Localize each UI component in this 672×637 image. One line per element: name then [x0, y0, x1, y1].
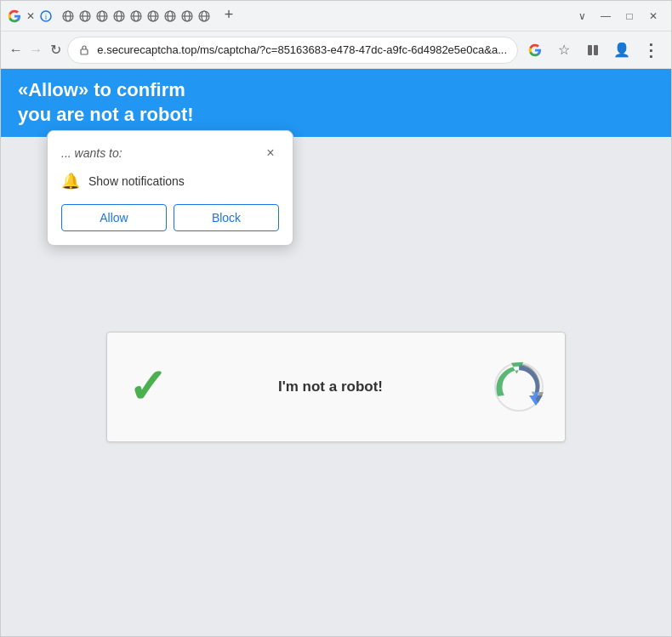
back-button[interactable]: ←	[8, 37, 24, 64]
title-bar-left: ✕ i	[8, 9, 52, 23]
notification-popup: ... wants to: × 🔔 Show notifications All…	[47, 130, 293, 246]
globe-icon-6	[147, 10, 159, 22]
globe-icon-2	[79, 10, 91, 22]
close-tab-icon[interactable]: ✕	[26, 10, 35, 22]
svg-rect-30	[588, 45, 592, 55]
globe-icon-5	[130, 10, 142, 22]
block-button[interactable]: Block	[174, 204, 279, 231]
minimize-button[interactable]: —	[595, 5, 617, 27]
svg-rect-29	[81, 49, 88, 54]
captcha-checkmark: ✓	[128, 363, 168, 411]
page-content: «Allow» to confirm you are not a robot! …	[1, 69, 671, 636]
notification-text: Show notifications	[88, 174, 185, 188]
browser-window: ✕ i	[0, 0, 672, 637]
globe-icon-1	[62, 10, 74, 22]
nav-right-icons: ☆ 👤 ⋮	[521, 37, 664, 64]
captcha-box: ✓ I'm not a robot!	[106, 332, 566, 442]
reader-mode-icon[interactable]	[579, 37, 607, 64]
blue-banner: «Allow» to confirm you are not a robot!	[1, 69, 671, 137]
recaptcha-icon	[493, 361, 544, 412]
profile-icon[interactable]: 👤	[608, 37, 635, 64]
maximize-button[interactable]: □	[618, 5, 641, 27]
google-logo	[8, 9, 21, 23]
address-bar[interactable]: e.securecaptcha.top/ms/captcha/?c=851636…	[67, 37, 518, 64]
menu-icon[interactable]: ⋮	[637, 37, 664, 64]
google-account-icon[interactable]	[521, 37, 549, 64]
close-button[interactable]: ✕	[642, 5, 664, 27]
title-bar: ✕ i	[1, 1, 671, 31]
globe-icon-4	[113, 10, 125, 22]
security-icon: i	[40, 10, 52, 22]
window-controls: ∨ — □ ✕	[571, 5, 664, 27]
globe-icon-3	[96, 10, 108, 22]
forward-button[interactable]: →	[27, 37, 43, 64]
new-tab-button[interactable]: +	[217, 3, 241, 27]
svg-text:i: i	[45, 13, 47, 21]
allow-button[interactable]: Allow	[61, 204, 167, 231]
globe-icon-7	[164, 10, 176, 22]
lock-icon	[78, 44, 90, 56]
tab-icon: i	[40, 10, 52, 22]
bookmark-star-icon[interactable]: ☆	[550, 37, 578, 64]
reload-button[interactable]: ↻	[48, 37, 64, 64]
captcha-label: I'm not a robot!	[181, 378, 480, 395]
popup-title: ... wants to:	[61, 146, 122, 160]
popup-buttons: Allow Block	[61, 204, 279, 231]
recaptcha-logo	[493, 361, 544, 412]
chevron-down-button[interactable]: ∨	[571, 5, 593, 27]
globe-icon-9	[198, 10, 210, 22]
nav-bar: ← → ↻ e.securecaptcha.top/ms/captcha/?c=…	[1, 31, 671, 69]
globe-icon-8	[181, 10, 193, 22]
banner-text: «Allow» to confirm you are not a robot!	[18, 78, 194, 127]
notification-row: 🔔 Show notifications	[61, 172, 279, 191]
svg-rect-31	[594, 45, 598, 55]
loading-indicator: ✕	[25, 10, 37, 22]
url-text: e.securecaptcha.top/ms/captcha/?c=851636…	[97, 43, 507, 56]
bell-icon: 🔔	[61, 172, 80, 191]
popup-header: ... wants to: ×	[61, 145, 279, 162]
popup-close-button[interactable]: ×	[262, 145, 279, 162]
